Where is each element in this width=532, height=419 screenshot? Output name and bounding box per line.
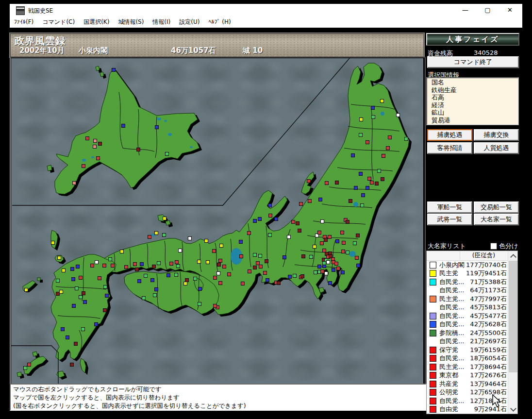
castle-marker[interactable] [213, 250, 216, 253]
castle-marker[interactable] [342, 241, 346, 245]
castle-marker[interactable] [170, 262, 173, 266]
castle-marker[interactable] [60, 290, 63, 294]
castle-marker[interactable] [111, 264, 115, 268]
castle-marker[interactable] [353, 242, 357, 245]
castle-marker[interactable] [70, 363, 74, 367]
daimyo-row[interactable]: 自民党...64万1173石 [427, 286, 508, 295]
castle-marker[interactable] [324, 238, 328, 242]
castle-marker[interactable] [319, 198, 322, 201]
castle-marker[interactable] [75, 287, 79, 290]
castle-marker[interactable] [256, 262, 260, 265]
daimyo-row[interactable]: 共産党13万9464石 [427, 380, 508, 388]
prisoner-treatment-button[interactable]: 捕虜処遇 [427, 129, 472, 141]
general-list-button[interactable]: 武将一覧 [427, 214, 472, 225]
castle-marker[interactable] [82, 165, 85, 168]
castle-marker[interactable] [253, 219, 257, 223]
castle-marker[interactable] [366, 186, 369, 190]
castle-marker[interactable] [292, 220, 295, 224]
castle-marker[interactable] [354, 186, 358, 190]
castle-marker[interactable] [266, 279, 269, 282]
castle-marker[interactable] [217, 272, 220, 275]
castle-marker[interactable] [323, 262, 326, 265]
castle-marker[interactable] [94, 139, 97, 143]
color-display-checkbox[interactable] [490, 243, 497, 250]
daimyo-row[interactable]: 保守党19万6159石 [427, 346, 508, 354]
landmass[interactable] [100, 72, 104, 77]
menu-item-3[interactable]: 城情報(S) [114, 17, 148, 28]
castle-marker[interactable] [381, 100, 384, 103]
castle-marker[interactable] [299, 202, 303, 206]
castle-marker[interactable] [199, 287, 202, 291]
castle-marker[interactable] [163, 217, 166, 220]
end-command-button[interactable]: コマンド終了 [427, 56, 519, 68]
castle-marker[interactable] [287, 235, 291, 239]
castle-marker[interactable] [83, 301, 87, 304]
castle-marker[interactable] [341, 271, 345, 274]
castle-marker[interactable] [370, 181, 374, 184]
warship-list-button[interactable]: 軍船一覧 [427, 201, 472, 213]
castle-marker[interactable] [185, 279, 189, 282]
castle-marker[interactable] [58, 256, 61, 260]
castle-marker[interactable] [205, 239, 208, 243]
castle-marker[interactable] [346, 251, 349, 254]
castle-marker[interactable] [217, 263, 221, 267]
castle-marker[interactable] [25, 288, 28, 292]
japan-map[interactable] [10, 57, 426, 387]
menu-item-4[interactable]: 情報(I) [148, 17, 175, 28]
castle-marker[interactable] [219, 259, 222, 263]
castle-marker[interactable] [288, 275, 292, 279]
title-bar[interactable]: 戦国史SE — ▢ ✕ [10, 4, 522, 17]
castle-marker[interactable] [133, 263, 137, 266]
castle-marker[interactable] [198, 302, 201, 306]
castle-marker[interactable] [194, 277, 197, 281]
castle-marker[interactable] [206, 261, 210, 264]
castle-marker[interactable] [99, 142, 102, 146]
castle-marker[interactable] [269, 214, 272, 218]
castle-marker[interactable] [148, 235, 151, 239]
castle-marker[interactable] [220, 244, 223, 248]
castle-marker[interactable] [275, 218, 278, 221]
castle-marker[interactable] [359, 172, 363, 176]
castle-marker[interactable] [320, 242, 324, 245]
landmass[interactable] [17, 372, 22, 377]
castle-marker[interactable] [386, 147, 390, 150]
landmass[interactable] [33, 352, 37, 356]
landmass[interactable] [80, 358, 86, 373]
castle-marker[interactable] [219, 282, 222, 285]
daimyo-row[interactable]: 自民党...42万5628石 [427, 320, 508, 329]
castle-marker[interactable] [82, 292, 85, 295]
daimyo-row[interactable]: 自民党...71万5388石 [427, 278, 508, 286]
castle-marker[interactable] [62, 269, 66, 272]
castle-marker[interactable] [167, 274, 170, 277]
castle-marker[interactable] [155, 232, 158, 235]
castle-marker[interactable] [72, 304, 76, 308]
castle-marker[interactable] [346, 220, 349, 224]
daimyo-row[interactable]: 民主党...47万7997石 [427, 295, 508, 303]
castle-marker[interactable] [137, 148, 140, 151]
castle-marker[interactable] [104, 285, 107, 289]
daimyo-row[interactable]: 自民党...21万2697石 [427, 337, 508, 346]
castle-marker[interactable] [268, 204, 272, 207]
castle-marker[interactable] [248, 232, 251, 235]
castle-marker[interactable] [177, 265, 180, 268]
castle-marker[interactable] [151, 279, 154, 282]
castle-marker[interactable] [188, 237, 192, 240]
castle-marker[interactable] [259, 265, 263, 268]
castle-marker[interactable] [302, 255, 305, 258]
castle-marker[interactable] [138, 280, 141, 283]
castle-marker[interactable] [359, 134, 363, 137]
daimyo-row[interactable]: 自民党...18万6054石 [427, 354, 508, 363]
castle-marker[interactable] [253, 253, 257, 257]
castle-marker[interactable] [105, 294, 109, 298]
castle-marker[interactable] [95, 261, 99, 264]
daimyo-row[interactable]: 東京都17万2676石 [427, 371, 508, 380]
castle-marker[interactable] [95, 323, 98, 326]
castle-marker[interactable] [24, 367, 27, 370]
castle-marker[interactable] [86, 137, 89, 140]
castle-marker[interactable] [277, 282, 281, 285]
castle-marker[interactable] [228, 273, 231, 276]
castle-marker[interactable] [382, 154, 385, 158]
castle-marker[interactable] [98, 277, 101, 280]
scroll-up-icon[interactable] [510, 254, 516, 260]
castle-marker[interactable] [152, 265, 156, 268]
